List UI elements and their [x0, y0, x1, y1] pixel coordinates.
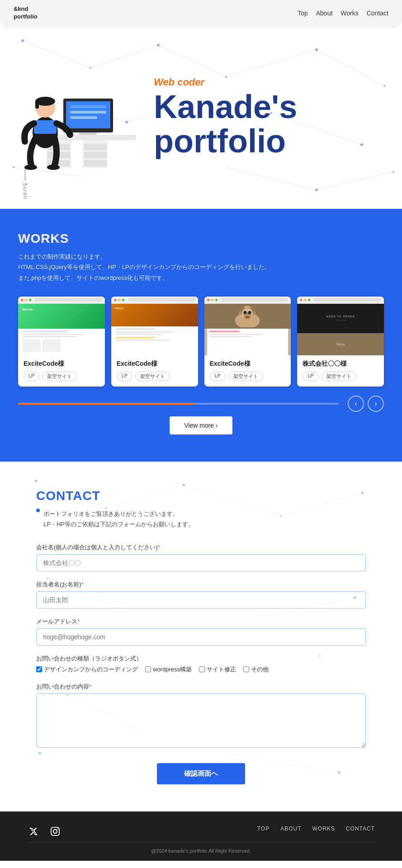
tag-kk-1: 架空サイト: [42, 372, 77, 381]
tag-lp-1: LP: [24, 372, 39, 381]
progress-bar: [18, 403, 194, 405]
inquiry-type-label: お問い合わせの種類（ラジオボタン式）: [36, 655, 366, 663]
svg-point-66: [35, 480, 37, 482]
contact-form: 会社名(個人の場合は個人と入力してください)* 担当者名(お名前)* メールアド…: [36, 543, 366, 784]
work-card-2-tags: LP 架空サイト: [117, 372, 193, 381]
email-group: メールアドレス*: [36, 618, 366, 646]
svg-line-2: [158, 45, 226, 77]
work-card-1-img: Works: [18, 297, 105, 355]
logo-line2: portfolio: [14, 13, 38, 21]
prev-button[interactable]: ‹: [348, 396, 364, 412]
svg-line-9: [226, 167, 317, 190]
twitter-icon[interactable]: [27, 825, 40, 838]
work-card-4-img: MADE TO ORDER ————— Menu: [297, 297, 384, 355]
work-card-2[interactable]: Vision ExciteCode様 LP 架空サイト: [111, 297, 198, 387]
logo-line1: &knd: [14, 5, 38, 13]
svg-point-21: [13, 166, 14, 168]
footer: TOP ABOUT WORKS CONTACT @2024 kanade's p…: [0, 811, 402, 861]
svg-rect-41: [70, 116, 97, 119]
next-button[interactable]: ›: [368, 396, 384, 412]
work-card-1-body: ExciteCode様 LP 架空サイト: [18, 355, 105, 387]
instagram-icon[interactable]: [49, 825, 61, 838]
svg-line-10: [317, 172, 393, 190]
hero-section: Web coder Kanade's portfolio Scroll: [0, 26, 402, 209]
person-input[interactable]: [36, 591, 366, 609]
svg-rect-46: [34, 120, 57, 134]
work-card-1[interactable]: Works ExciteCode様 LP: [18, 297, 105, 387]
contact-desc-1: ポートフォリオをご覧頂きありがとうございます。: [43, 509, 194, 519]
radio-item-2: wordpress構築: [145, 665, 192, 674]
work-card-4[interactable]: MADE TO ORDER ————— Menu 株式会社〇〇様 LP 架空サイ…: [297, 297, 384, 387]
svg-rect-40: [70, 111, 106, 113]
work-card-3-img: [204, 297, 291, 355]
footer-social: [27, 825, 61, 838]
svg-rect-33: [84, 152, 107, 158]
svg-point-47: [24, 165, 37, 170]
contact-section: CONTACT ポートフォリオをご覧頂きありがとうございます。 LP・HP等のご…: [0, 462, 402, 811]
view-more-container: View more ›: [18, 416, 384, 434]
svg-point-16: [383, 85, 385, 87]
footer-nav-contact[interactable]: CONTACT: [346, 826, 375, 832]
logo: &knd portfolio: [14, 5, 38, 21]
svg-rect-32: [84, 144, 107, 150]
tag-lp-2: LP: [117, 372, 132, 381]
company-group: 会社名(個人の場合は個人と入力してください)*: [36, 543, 366, 571]
svg-rect-39: [70, 105, 106, 108]
svg-point-23: [393, 171, 394, 173]
work-card-2-img: Vision: [111, 297, 198, 355]
works-grid: Works ExciteCode様 LP: [18, 297, 384, 387]
work-card-3-tags: LP 架空サイト: [210, 372, 286, 381]
nav-contact[interactable]: Contact: [367, 9, 388, 17]
tag-lp-3: LP: [210, 372, 226, 381]
svg-rect-34: [84, 160, 107, 166]
radio-item-4: その他: [243, 665, 269, 674]
work-card-3[interactable]: ExciteCode様 LP 架空サイト: [204, 297, 291, 387]
hero-subtitle: Web coder: [154, 76, 375, 88]
checkbox-other[interactable]: [243, 666, 249, 672]
work-card-4-title: 株式会社〇〇様: [303, 360, 378, 368]
works-section: WORKS これまでの制作実績になります。 HTML,CSS,jQuery等を使…: [0, 209, 402, 462]
svg-point-15: [315, 48, 318, 51]
hero-text: Web coder Kanade's portfolio: [145, 76, 375, 158]
contact-title: CONTACT: [36, 489, 366, 503]
nav-top[interactable]: Top: [298, 9, 308, 17]
work-card-2-body: ExciteCode様 LP 架空サイト: [111, 355, 198, 387]
hero-illustration: [18, 44, 145, 191]
radio-label-4: その他: [251, 665, 269, 674]
view-more-button[interactable]: View more ›: [170, 416, 232, 434]
footer-nav-works[interactable]: WORKS: [312, 826, 335, 832]
tag-lp-4: LP: [303, 372, 318, 381]
nav-about[interactable]: About: [316, 9, 333, 17]
company-input[interactable]: [36, 554, 366, 571]
work-card-4-body: 株式会社〇〇様 LP 架空サイト: [297, 355, 384, 387]
footer-nav: TOP ABOUT WORKS CONTACT: [257, 826, 375, 832]
submit-button[interactable]: 確認画面へ: [157, 763, 245, 784]
svg-rect-45: [35, 101, 39, 108]
message-label: お問い合わせの内容*: [36, 683, 366, 691]
nav-works[interactable]: Works: [341, 9, 358, 17]
hero-title-line2: portfolio: [154, 124, 375, 159]
header: &knd portfolio Top About Works Contact: [0, 0, 402, 26]
work-card-3-title: ExciteCode様: [210, 360, 286, 368]
message-textarea[interactable]: [36, 693, 366, 748]
works-desc-3: また,phpを使用して、サイトのwordpress化も可能です。: [18, 273, 384, 283]
work-card-4-tags: LP 架空サイト: [303, 372, 378, 381]
works-title: WORKS: [18, 231, 384, 246]
svg-point-57: [245, 316, 250, 318]
radio-item-3: サイト修正: [199, 665, 236, 674]
svg-line-3: [226, 50, 317, 77]
works-description: これまでの制作実績になります。 HTML,CSS,jQuery等を使用して、HP…: [18, 251, 384, 283]
hero-title: Kanade's portfolio: [154, 90, 375, 158]
radio-item-1: デザインカンプからのコーディング: [36, 665, 138, 674]
checkbox-wordpress[interactable]: [145, 666, 151, 672]
email-label: メールアドレス*: [36, 618, 366, 626]
contact-description: ポートフォリオをご覧頂きありがとうございます。 LP・HP等のご依頼は下記のフォ…: [43, 509, 194, 530]
email-input[interactable]: [36, 628, 366, 646]
footer-nav-top[interactable]: TOP: [257, 826, 270, 832]
checkbox-design[interactable]: [36, 666, 42, 672]
svg-point-68: [183, 484, 185, 486]
checkbox-repair[interactable]: [199, 666, 205, 672]
work-card-3-body: ExciteCode様 LP 架空サイト: [204, 355, 291, 387]
tag-kk-2: 架空サイト: [135, 372, 170, 381]
footer-nav-about[interactable]: ABOUT: [280, 826, 301, 832]
